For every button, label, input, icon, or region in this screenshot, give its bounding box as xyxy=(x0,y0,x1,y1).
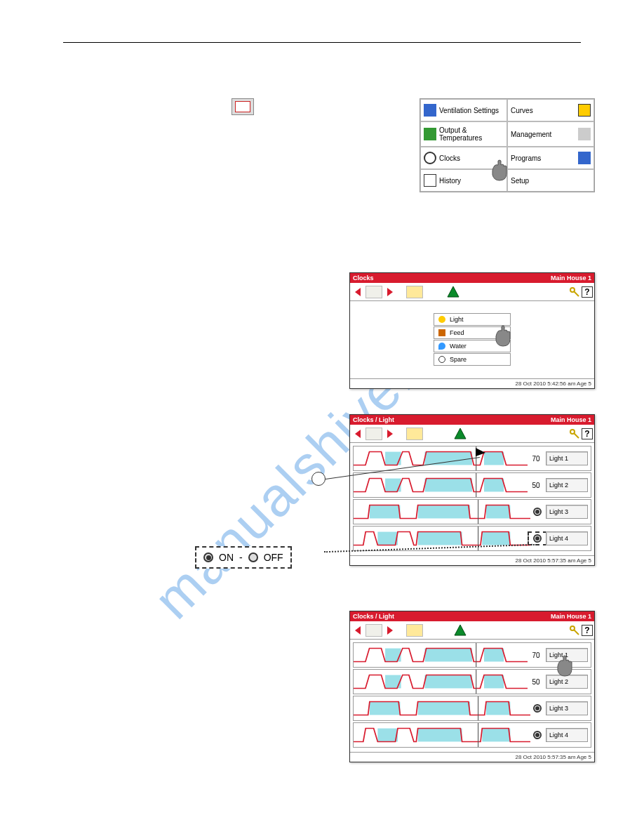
menu-setup[interactable]: Setup xyxy=(507,169,594,192)
svg-rect-42 xyxy=(486,702,510,715)
light-button[interactable]: Light 1 xyxy=(546,648,588,662)
menu-programs[interactable]: Programs xyxy=(507,147,594,169)
tool-icon[interactable] xyxy=(406,624,423,637)
clocks-item-label: Spare xyxy=(450,356,467,363)
light-button[interactable]: Light 1 xyxy=(546,451,588,465)
menu-management[interactable]: Management xyxy=(507,121,594,147)
screen-title-right: Main House 1 xyxy=(551,613,591,620)
home-icon[interactable] xyxy=(365,286,382,298)
light-chart xyxy=(354,473,528,497)
light-button[interactable]: Light 3 xyxy=(546,505,588,519)
light-value: 50 xyxy=(528,678,544,686)
light-radio[interactable] xyxy=(530,704,544,713)
screen-header: Clocks / Light Main House 1 xyxy=(350,415,594,425)
clocks-item-light[interactable]: Light xyxy=(434,313,511,326)
light-button[interactable]: Light 4 xyxy=(546,531,588,545)
menu-label: Output & Temperatures xyxy=(439,126,504,142)
light-button[interactable]: Light 3 xyxy=(546,701,588,715)
clocks-item-spare[interactable]: Spare xyxy=(434,353,511,366)
light-value: 70 xyxy=(528,651,544,659)
menu-history[interactable]: History xyxy=(420,169,507,192)
radio-on-icon xyxy=(203,552,213,562)
nav-next-icon[interactable] xyxy=(384,286,396,298)
light-radio[interactable] xyxy=(530,534,544,543)
screen-header: Clocks / Light Main House 1 xyxy=(350,611,594,621)
menu-output-temp[interactable]: Output & Temperatures xyxy=(420,121,507,147)
warning-icon[interactable] xyxy=(454,624,467,637)
svg-rect-32 xyxy=(385,649,401,662)
svg-rect-33 xyxy=(424,649,472,662)
home-icon[interactable] xyxy=(365,428,382,440)
menu-clocks[interactable]: Clocks xyxy=(420,147,507,169)
clocks-submenu: Light Feed Water Spare xyxy=(434,313,511,366)
key-icon[interactable] xyxy=(569,625,580,636)
light-radio[interactable] xyxy=(530,508,544,516)
off-label: OFF xyxy=(264,552,283,563)
menu-label: Clocks xyxy=(439,154,460,162)
key-icon[interactable] xyxy=(569,428,580,439)
clocks-item-water[interactable]: Water xyxy=(434,340,511,352)
menu-curves[interactable]: Curves xyxy=(507,99,594,121)
clocks-screen: Clocks Main House 1 ? Light Feed Water S… xyxy=(349,272,595,389)
key-icon[interactable] xyxy=(569,286,580,298)
home-icon[interactable] xyxy=(365,624,382,637)
light-chart xyxy=(354,446,528,470)
help-icon[interactable]: ? xyxy=(582,625,593,636)
svg-marker-6 xyxy=(387,430,393,438)
help-icon[interactable]: ? xyxy=(582,286,593,298)
help-icon[interactable]: ? xyxy=(582,428,593,439)
menu-ventilation[interactable]: Ventilation Settings xyxy=(420,99,507,121)
menu-label: Programs xyxy=(511,154,541,162)
svg-rect-16 xyxy=(484,479,504,492)
menu-label: Curves xyxy=(511,107,533,114)
warning-icon[interactable] xyxy=(454,428,467,440)
nav-next-icon[interactable] xyxy=(384,428,396,440)
svg-marker-1 xyxy=(387,288,393,296)
nav-prev-icon[interactable] xyxy=(351,624,364,637)
dash: - xyxy=(239,552,243,563)
svg-rect-14 xyxy=(385,479,401,492)
light-rows: 70 Light 1 50 Light 2 xyxy=(350,640,594,752)
screen-footer: 28 Oct 2010 5:42:56 am Age 5 xyxy=(350,378,594,388)
light-row: Light 4 xyxy=(353,722,591,748)
clocks-item-label: Water xyxy=(450,343,467,350)
light-button[interactable]: Light 4 xyxy=(546,728,588,742)
clocks-light-screen-2: Clocks / Light Main House 1 ? xyxy=(349,611,595,762)
radio-off-icon xyxy=(248,552,258,562)
nav-prev-icon[interactable] xyxy=(351,286,364,298)
svg-line-4 xyxy=(574,291,579,296)
nav-next-icon[interactable] xyxy=(384,624,396,637)
light-value: 50 xyxy=(528,482,544,489)
svg-rect-38 xyxy=(484,675,504,689)
svg-rect-40 xyxy=(370,702,401,715)
screen-title-left: Clocks xyxy=(353,274,374,282)
svg-rect-45 xyxy=(418,729,462,742)
warning-icon[interactable] xyxy=(447,286,459,298)
svg-rect-34 xyxy=(484,649,504,662)
svg-marker-29 xyxy=(455,625,466,635)
screen-header: Clocks Main House 1 xyxy=(350,273,594,283)
screen-footer: 28 Oct 2010 5:57:35 am Age 5 xyxy=(350,752,594,762)
clocks-item-label: Feed xyxy=(450,329,464,336)
tool-icon[interactable] xyxy=(406,286,423,298)
light-button[interactable]: Light 2 xyxy=(546,675,588,689)
svg-rect-41 xyxy=(418,702,470,715)
light-value: 70 xyxy=(528,455,544,463)
light-radio[interactable] xyxy=(530,731,544,739)
screen-toolbar: ? xyxy=(350,621,594,640)
clocks-light-screen: Clocks / Light Main House 1 ? xyxy=(349,414,595,566)
nav-prev-icon[interactable] xyxy=(351,428,364,440)
light-chart xyxy=(354,670,528,694)
svg-marker-26 xyxy=(476,448,485,456)
callout-circle xyxy=(311,472,326,486)
menu-label: History xyxy=(439,177,461,185)
tool-icon[interactable] xyxy=(406,428,423,440)
svg-rect-23 xyxy=(418,532,462,545)
clocks-item-label: Light xyxy=(450,316,464,323)
top-rule xyxy=(63,42,581,43)
light-row: Light 3 xyxy=(353,499,591,524)
light-button[interactable]: Light 2 xyxy=(546,478,588,492)
menu-label: Setup xyxy=(511,177,529,185)
svg-rect-15 xyxy=(424,479,472,492)
clocks-item-feed[interactable]: Feed xyxy=(434,326,511,339)
